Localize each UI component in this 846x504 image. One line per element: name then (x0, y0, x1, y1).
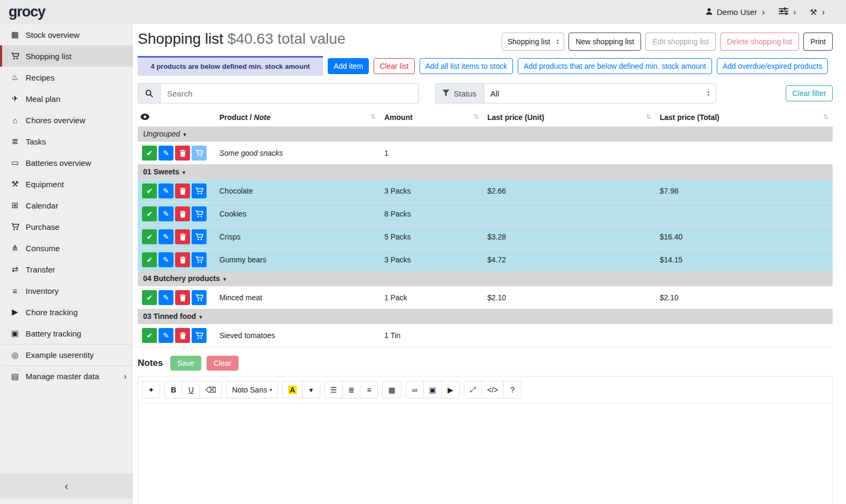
sidebar-item-meal-plan[interactable]: ✈Meal plan (0, 88, 133, 109)
mark-done-button[interactable]: ✔ (142, 146, 157, 161)
code-view-icon[interactable]: </> (481, 381, 504, 398)
sidebar-item-equipment[interactable]: ⚒Equipment (0, 173, 133, 195)
edit-item-button[interactable]: ✎ (159, 229, 173, 244)
sidebar-item-example-userentity[interactable]: ◎Example userentity (0, 344, 133, 365)
shopping-list-item-row: ✔✎Chocolate3 Packs$2.66$7.98 (138, 180, 833, 203)
video-icon[interactable]: ▶ (441, 381, 460, 398)
mark-done-button[interactable]: ✔ (142, 328, 157, 343)
sidebar-item-chores-overview[interactable]: ⌂Chores overview (0, 109, 133, 131)
status-filter-select[interactable]: All ▴▾ (484, 83, 716, 103)
shopping-list-item-row: ✔✎Minced meat1 Pack$2.10$2.10 (138, 286, 833, 309)
link-icon[interactable]: ∞ (406, 381, 424, 398)
notes-textarea[interactable] (138, 403, 832, 504)
unit-price-column-header[interactable]: Last price (Unit) ⇅ (483, 110, 655, 126)
table-icon[interactable]: ▦ (382, 381, 401, 398)
delete-item-button[interactable] (175, 290, 190, 305)
boxes-icon: ▦ (9, 30, 21, 39)
settings-menu[interactable]: › (779, 7, 796, 17)
sidebar-item-transfer[interactable]: ⇄Transfer (0, 259, 133, 280)
ordered-list-icon[interactable]: ≣ (342, 381, 360, 398)
product-cell: Sieved tomatoes (215, 324, 380, 347)
add-below-min-button[interactable]: Add products that are below defined min.… (518, 58, 712, 74)
save-notes-button[interactable]: Save (170, 356, 201, 371)
total-price-column-header[interactable]: Last price (Total) ⇅ (655, 110, 833, 126)
delete-shopping-list-button[interactable]: Delete shopping list (720, 33, 799, 51)
add-to-stock-button[interactable] (192, 206, 207, 221)
underline-icon[interactable]: U (182, 381, 200, 398)
delete-item-button[interactable] (175, 183, 190, 198)
eraser-icon[interactable]: ⌫ (200, 381, 222, 398)
sidebar-item-recipes[interactable]: ♨Recipes (0, 67, 133, 88)
sidebar-item-batteries-overview[interactable]: ▭Batteries overview (0, 152, 133, 173)
group-collapse-icon[interactable]: ▾ (199, 314, 202, 320)
mark-done-button[interactable]: ✔ (142, 229, 157, 244)
picture-icon[interactable]: ▣ (423, 381, 442, 398)
group-collapse-icon[interactable]: ▾ (183, 169, 186, 175)
admin-menu[interactable]: ⚒ › (810, 7, 825, 17)
sidebar-item-chore-tracking[interactable]: ▶Chore tracking (0, 301, 133, 323)
clear-filter-button[interactable]: Clear filter (786, 85, 833, 101)
sidebar-item-calendar[interactable]: ⊞Calendar (0, 195, 133, 216)
delete-item-button[interactable] (175, 229, 190, 244)
sidebar-item-purchase[interactable]: Purchase (0, 216, 133, 237)
mark-done-button[interactable]: ✔ (142, 252, 157, 267)
group-row-04-butchery-products: 04 Butchery products▾ (138, 271, 833, 286)
sidebar-item-tasks[interactable]: ≣Tasks (0, 131, 133, 152)
unordered-list-icon[interactable]: ☰ (325, 381, 343, 398)
mark-done-button[interactable]: ✔ (142, 183, 157, 198)
clear-list-button[interactable]: Clear list (374, 58, 414, 74)
font-family-dropdown[interactable]: Noto Sans▾ (226, 381, 278, 398)
align-left-icon[interactable]: ≡ (360, 381, 378, 398)
add-all-to-stock-button[interactable]: Add all list items to stock (420, 58, 513, 74)
bold-icon[interactable]: B (164, 381, 183, 398)
add-item-button[interactable]: Add item (328, 58, 369, 74)
add-to-stock-button[interactable] (192, 183, 207, 198)
edit-item-button[interactable]: ✎ (159, 328, 173, 343)
sidebar-collapse-button[interactable]: ‹ (0, 474, 133, 499)
edit-item-button[interactable]: ✎ (159, 290, 173, 305)
print-button[interactable]: Print (803, 33, 833, 51)
product-column-header[interactable]: Product / Note ⇅ (215, 110, 380, 126)
add-to-stock-button[interactable] (192, 290, 207, 305)
add-to-stock-button[interactable] (192, 146, 207, 161)
amount-column-header[interactable]: Amount ⇅ (380, 110, 483, 126)
add-to-stock-button[interactable] (192, 252, 207, 267)
edit-shopping-list-button[interactable]: Edit shopping list (645, 33, 716, 51)
edit-item-button[interactable]: ✎ (159, 146, 173, 161)
add-overdue-button[interactable]: Add overdue/expired products (717, 58, 828, 74)
clear-notes-button[interactable]: Clear (207, 356, 238, 371)
user-menu[interactable]: Demo User › (705, 7, 765, 17)
sidebar-item-consume[interactable]: ⋔Consume (0, 237, 133, 259)
sidebar-item-manage-master-data[interactable]: ▤Manage master data› (0, 365, 133, 387)
fullscreen-icon[interactable]: ⤢ (464, 381, 482, 398)
help-icon[interactable]: ? (503, 381, 521, 398)
delete-item-button[interactable] (175, 146, 190, 161)
new-shopping-list-button[interactable]: New shopping list (568, 33, 641, 51)
edit-item-button[interactable]: ✎ (159, 206, 173, 221)
search-input[interactable] (160, 83, 419, 103)
mark-done-button[interactable]: ✔ (142, 206, 157, 221)
edit-item-button[interactable]: ✎ (159, 252, 173, 267)
unit-price-cell: $2.66 (483, 180, 655, 203)
magic-wand-icon[interactable]: ✦ (142, 381, 160, 398)
sidebar-item-inventory[interactable]: ≡Inventory (0, 280, 133, 301)
delete-item-button[interactable] (175, 252, 190, 267)
font-color-caret-icon[interactable]: ▾ (302, 381, 320, 398)
app-logo[interactable]: grocy (9, 4, 45, 20)
delete-item-button[interactable] (175, 206, 190, 221)
sidebar-item-battery-tracking[interactable]: ▣Battery tracking (0, 323, 133, 344)
chevron-right-icon: › (822, 7, 825, 17)
edit-item-button[interactable]: ✎ (159, 183, 173, 198)
sidebar-item-shopping-list[interactable]: Shopping list (0, 45, 133, 67)
group-collapse-icon[interactable]: ▾ (223, 276, 226, 282)
group-collapse-icon[interactable]: ▾ (183, 131, 186, 138)
toggle-visibility-header[interactable] (138, 110, 215, 126)
add-to-stock-button[interactable] (192, 229, 207, 244)
home-icon: ⌂ (9, 116, 21, 125)
delete-item-button[interactable] (175, 328, 190, 343)
mark-done-button[interactable]: ✔ (142, 290, 157, 305)
font-color-button[interactable]: A (282, 381, 303, 398)
add-to-stock-button[interactable] (192, 328, 207, 343)
sidebar-item-stock-overview[interactable]: ▦Stock overview (0, 24, 133, 45)
shopping-list-select[interactable]: Shopping list ▴▾ (502, 33, 565, 51)
